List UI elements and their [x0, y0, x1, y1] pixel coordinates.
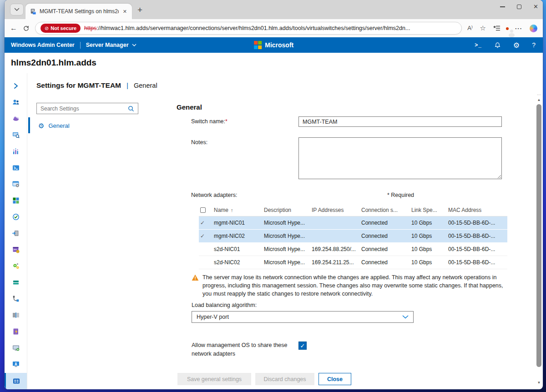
tool-events[interactable] [5, 225, 27, 241]
tool-scheduled-tasks[interactable] [5, 241, 27, 258]
settings-search[interactable] [36, 103, 138, 114]
tool-remote-desktop[interactable] [5, 340, 27, 356]
tool-azure-hybrid[interactable] [5, 111, 27, 127]
warning-text: The server may lose its network connecti… [202, 273, 506, 298]
adapters-label-row: Network adapters: * Required [191, 192, 510, 199]
microsoft-squares-icon [254, 41, 262, 49]
tool-registry[interactable] [5, 323, 27, 340]
tool-powershell[interactable] [5, 160, 27, 176]
check-icon: ✓ [300, 342, 305, 349]
table-row[interactable]: s2d-NIC01 Microsoft Hype... 169.254.88.2… [199, 243, 507, 256]
tool-services[interactable] [5, 258, 27, 274]
main-area: Settings for MGMT-TEAM|General ⚙ General… [5, 73, 543, 389]
scrollbar-dots[interactable]: ⋯ [537, 93, 541, 97]
copilot-icon[interactable] [530, 25, 537, 32]
select-all-checkbox[interactable] [199, 207, 214, 213]
powershell-console-icon[interactable]: >_ [475, 42, 482, 48]
close-button[interactable]: Close [318, 373, 351, 385]
cell-name: mgmt-NIC02 [214, 233, 264, 239]
tools-sidebar [5, 73, 27, 389]
scroll-up-arrow[interactable]: ▲ [537, 98, 541, 102]
close-window-button[interactable]: ✕ [533, 4, 538, 10]
scroll-down-arrow[interactable]: ▼ [537, 381, 541, 385]
table-row[interactable]: ✓ mgmt-NIC02 Microsoft Hype... Connected… [199, 230, 507, 243]
tool-virtual-switches[interactable] [5, 373, 27, 389]
cell-link-speed: 10 Gbps [411, 220, 448, 226]
cell-description: Microsoft Hype... [264, 233, 312, 239]
row-check-icon[interactable]: ✓ [199, 233, 214, 239]
cell-connection: Connected [361, 259, 411, 266]
help-icon[interactable]: ? [532, 41, 536, 49]
cell-description: Microsoft Hype... [264, 246, 312, 252]
favorites-star-icon[interactable]: ☆ [480, 24, 486, 32]
wac-brand[interactable]: Windows Admin Center [11, 42, 75, 48]
new-tab-button[interactable]: + [137, 5, 142, 14]
switch-name-input[interactable] [298, 116, 502, 127]
table-row[interactable]: ✓ mgmt-NIC01 Microsoft Hype... Connected… [199, 216, 507, 230]
cell-connection: Connected [361, 233, 411, 239]
address-bar[interactable]: ⊘Not secure https://hlmwac1.hlm.adds/ser… [35, 22, 462, 35]
table-row[interactable]: s2d-NIC02 Microsoft Hype... 169.254.211.… [199, 256, 507, 269]
tool-networks[interactable] [5, 291, 27, 307]
read-aloud-icon[interactable]: A) [467, 25, 472, 31]
microsoft-logo: Microsoft [254, 37, 294, 53]
wac-header: Windows Admin Center Server Manager Micr… [5, 37, 543, 53]
browser-menu-icon[interactable]: ··· [515, 25, 522, 32]
cell-link-speed: 10 Gbps [411, 246, 448, 252]
maximize-button[interactable] [517, 5, 521, 9]
tool-performance-monitor[interactable] [5, 143, 27, 160]
server-manager-menu[interactable]: Server Manager [86, 42, 136, 48]
column-header-description[interactable]: Description [264, 207, 312, 213]
selected-nav-indicator [28, 117, 30, 133]
refresh-button[interactable] [23, 25, 30, 32]
column-header-ip[interactable]: IP Addresses [312, 207, 361, 213]
tool-storage[interactable] [5, 274, 27, 291]
browser-toolbar: ← ⊘Not secure https://hlmwac1.hlm.adds/s… [5, 19, 543, 37]
scrollbar-thumb[interactable] [536, 104, 541, 367]
warning-triangle-icon [192, 274, 199, 281]
settings-content: General Switch name:* Notes: Network ada… [177, 103, 510, 358]
cell-description: Microsoft Hype... [264, 259, 312, 266]
notes-textarea[interactable] [298, 137, 502, 179]
tool-certificates[interactable] [5, 356, 27, 372]
sidebar-expand-button[interactable] [5, 78, 27, 94]
tool-local-users-groups[interactable] [5, 94, 27, 111]
column-header-mac[interactable]: MAC Address [448, 207, 507, 213]
page-scrollbar[interactable]: ⋯ ▲ ▼ [536, 93, 542, 387]
tool-system-insights[interactable] [5, 127, 27, 143]
settings-gear-icon[interactable]: ⚙ [513, 41, 520, 50]
tool-devices[interactable] [5, 307, 27, 323]
minimize-button[interactable] [500, 6, 505, 7]
notifications-bell-icon[interactable] [494, 42, 501, 49]
switch-name-label: Switch name:* [191, 116, 298, 127]
nav-item-general[interactable]: ⚙ General [36, 120, 138, 131]
section-heading: General [177, 103, 510, 111]
tool-installed-apps[interactable] [5, 192, 27, 209]
url-text[interactable]: https://hlmwac1.hlm.adds/servermanager/c… [84, 25, 410, 31]
tool-processes[interactable] [5, 176, 27, 192]
shield-slash-icon: ⊘ [45, 25, 49, 31]
cell-mac: 00-15-5D-BB-6D-... [448, 233, 507, 239]
share-os-checkbox[interactable]: ✓ [298, 342, 307, 350]
row-check-icon[interactable]: ✓ [199, 220, 214, 226]
save-general-settings-button[interactable]: Save general settings [177, 373, 251, 385]
tab-favicon-icon [30, 8, 36, 15]
browser-tab[interactable]: MGMT-TEAM Settings on hlms2d ✕ [25, 4, 132, 19]
tab-close-icon[interactable]: ✕ [122, 9, 128, 15]
tab-list-chevron-button[interactable] [10, 4, 24, 15]
tab-title: MGMT-TEAM Settings on hlms2d [40, 8, 119, 15]
discard-changes-button[interactable]: Discard changes [255, 373, 314, 385]
column-header-link-speed[interactable]: Link Spe... [411, 207, 448, 213]
settings-region: Settings for MGMT-TEAM|General ⚙ General… [27, 73, 543, 389]
settings-nav: ⚙ General [36, 103, 138, 131]
load-balancing-dropdown[interactable]: Hyper-V port [192, 311, 414, 323]
load-balancing-label: Load balancing algorithm: [192, 302, 510, 308]
not-secure-badge[interactable]: ⊘Not secure [40, 24, 81, 33]
share-os-row: Allow management OS to share these netwo… [192, 341, 510, 358]
search-input[interactable] [40, 106, 125, 112]
collections-icon[interactable] [493, 25, 500, 32]
column-header-connection[interactable]: Connection s... [361, 207, 411, 213]
tool-updates[interactable] [5, 209, 27, 225]
column-header-name[interactable]: Name↑ [214, 207, 264, 213]
back-button[interactable]: ← [10, 25, 17, 32]
